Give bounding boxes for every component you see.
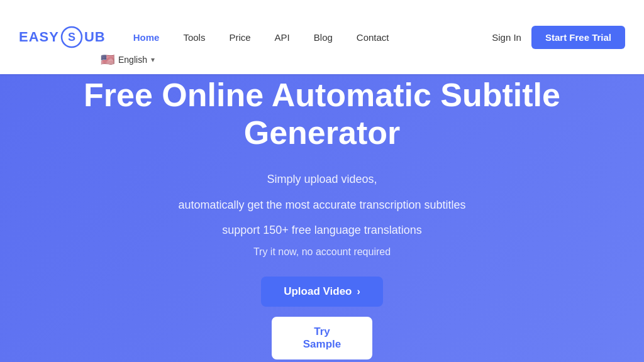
upload-video-button[interactable]: Upload Video › — [261, 277, 383, 307]
nav-item-tools[interactable]: Tools — [174, 28, 214, 47]
nav-links: Home Tools Price API Blog Contact — [125, 28, 492, 47]
navbar: EASY S UB Home Tools Price API Blog Cont… — [0, 0, 644, 74]
arrow-icon: › — [357, 286, 360, 297]
nav-item-blog[interactable]: Blog — [305, 28, 341, 47]
logo-text: EASY — [19, 29, 59, 45]
nav-item-contact[interactable]: Contact — [348, 28, 398, 47]
try-sample-button[interactable]: Try Sample — [272, 317, 372, 359]
logo-icon: S — [60, 26, 83, 48]
svg-text:S: S — [68, 31, 75, 43]
cta-buttons: Upload Video › Try Sample — [261, 277, 383, 359]
nav-item-api[interactable]: API — [266, 28, 299, 47]
hero-section: Free Online Automatic Subtitle Generator… — [0, 74, 644, 362]
nav-right: Sign In Start Free Trial — [492, 26, 625, 49]
start-trial-button[interactable]: Start Free Trial — [531, 26, 625, 49]
logo[interactable]: EASY S UB — [19, 26, 106, 48]
nav-item-price[interactable]: Price — [220, 28, 259, 47]
logo-text-ub: UB — [84, 29, 106, 45]
language-label: English — [118, 55, 147, 65]
nav-item-home[interactable]: Home — [125, 28, 169, 47]
upload-label: Upload Video — [284, 285, 352, 298]
hero-tagline: Try it now, no account required — [253, 246, 391, 258]
flag-icon: 🇺🇸 — [101, 53, 114, 67]
hero-title: Free Online Automatic Subtitle Generator — [20, 77, 624, 152]
hero-subtitle-line3: support 150+ free language translations — [222, 221, 422, 240]
language-selector[interactable]: 🇺🇸 English ▾ — [101, 53, 155, 67]
chevron-down-icon: ▾ — [151, 55, 155, 64]
hero-subtitle-line1: Simply upload videos, — [267, 170, 377, 189]
hero-subtitle-line2: automatically get the most accurate tran… — [178, 195, 465, 215]
sign-in-link[interactable]: Sign In — [492, 32, 521, 43]
